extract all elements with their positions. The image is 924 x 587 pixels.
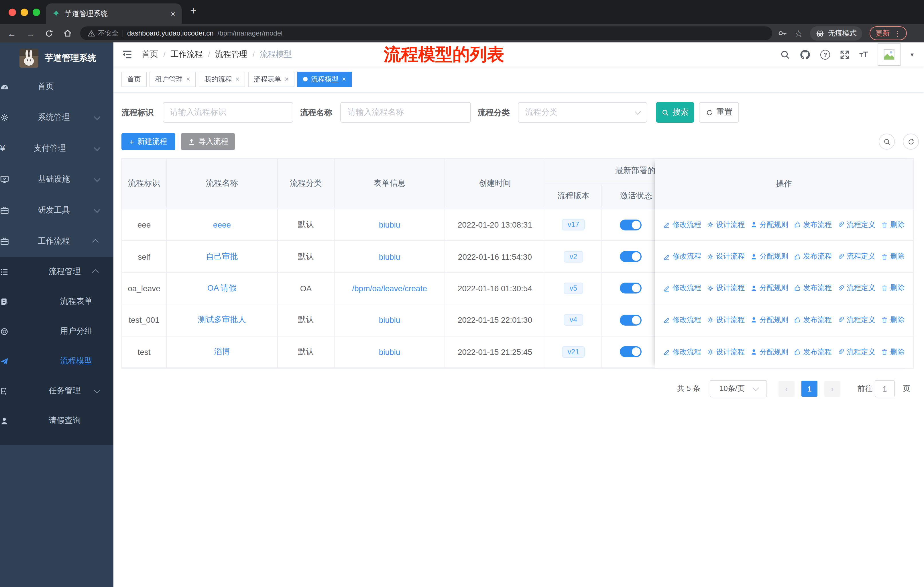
cell-link[interactable]: biubiu: [379, 252, 401, 261]
tag-item[interactable]: 流程表单×: [248, 71, 294, 87]
action-分配规则[interactable]: 分配规则: [751, 220, 788, 230]
fullscreen-icon[interactable]: [840, 50, 850, 60]
sidebar-item-基础设施[interactable]: 基础设施: [0, 164, 114, 195]
sidebar-item-请假查询[interactable]: 请假查询: [0, 406, 114, 436]
action-分配规则[interactable]: 分配规则: [751, 283, 788, 293]
active-toggle[interactable]: [620, 283, 641, 294]
action-修改流程[interactable]: 修改流程: [663, 315, 701, 325]
action-删除[interactable]: 删除: [881, 283, 904, 293]
search-button[interactable]: 搜索: [656, 102, 694, 123]
active-toggle[interactable]: [620, 315, 641, 326]
prev-page-button[interactable]: ‹: [779, 380, 795, 397]
version-badge[interactable]: v21: [562, 346, 585, 358]
action-流程定义[interactable]: 流程定义: [838, 283, 875, 293]
cell-link[interactable]: eeee: [213, 220, 231, 229]
action-修改流程[interactable]: 修改流程: [663, 347, 701, 357]
home-icon[interactable]: [63, 24, 72, 42]
version-badge[interactable]: v17: [562, 219, 585, 230]
action-流程定义[interactable]: 流程定义: [838, 251, 875, 261]
goto-page-input[interactable]: 1: [875, 380, 895, 397]
cell-link[interactable]: 自己审批: [206, 251, 238, 262]
tag-item[interactable]: 租户管理×: [150, 71, 196, 87]
breadcrumb-item[interactable]: 流程管理: [215, 49, 248, 60]
version-badge[interactable]: v4: [564, 314, 583, 326]
tag-close-icon[interactable]: ×: [342, 75, 346, 83]
action-发布流程[interactable]: 发布流程: [794, 347, 832, 357]
breadcrumb-item[interactable]: 首页: [142, 49, 158, 60]
browser-tab[interactable]: 芋道管理系统 ×: [46, 3, 182, 24]
security-warning[interactable]: 不安全: [87, 28, 119, 38]
sidebar-item-流程管理[interactable]: 流程管理: [0, 257, 114, 287]
cell-link[interactable]: OA 请假: [207, 283, 237, 293]
sidebar-item-任务管理[interactable]: 任务管理: [0, 376, 114, 406]
version-badge[interactable]: v2: [564, 251, 583, 262]
sidebar-item-流程表单[interactable]: 流程表单: [0, 287, 114, 316]
action-修改流程[interactable]: 修改流程: [663, 283, 701, 293]
breadcrumb-item[interactable]: 工作流程: [171, 49, 203, 60]
minimize-window-button[interactable]: [21, 8, 28, 16]
tag-close-icon[interactable]: ×: [285, 75, 289, 83]
action-设计流程[interactable]: 设计流程: [707, 251, 745, 261]
sidebar-item-系统管理[interactable]: 系统管理: [0, 102, 114, 133]
font-size-icon[interactable]: TT: [859, 49, 868, 60]
cell-link[interactable]: biubiu: [379, 347, 401, 357]
action-删除[interactable]: 删除: [881, 347, 904, 357]
tag-active[interactable]: 流程模型×: [297, 71, 352, 87]
github-icon[interactable]: [800, 49, 810, 60]
tab-close-icon[interactable]: ×: [171, 9, 175, 18]
action-设计流程[interactable]: 设计流程: [707, 315, 745, 325]
cell-link[interactable]: 滔博: [214, 347, 230, 357]
tag-close-icon[interactable]: ×: [186, 75, 190, 83]
action-修改流程[interactable]: 修改流程: [663, 251, 701, 261]
sidebar-item-首页[interactable]: 首页: [0, 71, 114, 102]
action-删除[interactable]: 删除: [881, 315, 904, 325]
bookmark-star-icon[interactable]: ☆: [795, 28, 803, 39]
forward-icon[interactable]: →: [26, 24, 35, 42]
new-tab-button[interactable]: +: [190, 5, 196, 17]
action-设计流程[interactable]: 设计流程: [707, 283, 745, 293]
back-icon[interactable]: ←: [7, 24, 16, 42]
cell-link[interactable]: biubiu: [379, 220, 401, 229]
reload-icon[interactable]: [45, 24, 53, 42]
action-流程定义[interactable]: 流程定义: [838, 347, 875, 357]
action-删除[interactable]: 删除: [881, 220, 904, 230]
maximize-window-button[interactable]: [33, 8, 40, 16]
sidebar-item-研发工具[interactable]: 研发工具: [0, 195, 114, 226]
logo-row[interactable]: 芋道管理系统: [20, 49, 96, 68]
refresh-table-button[interactable]: [903, 134, 919, 150]
action-分配规则[interactable]: 分配规则: [751, 315, 788, 325]
url-bar[interactable]: 不安全 dashboard.yudao.iocoder.cn/bpm/manag…: [80, 26, 772, 40]
sidebar-item-用户分组[interactable]: 用户分组: [0, 316, 114, 346]
page-size-select[interactable]: 10条/页: [710, 380, 767, 397]
action-发布流程[interactable]: 发布流程: [794, 283, 832, 293]
action-分配规则[interactable]: 分配规则: [751, 251, 788, 261]
cell-link[interactable]: biubiu: [379, 316, 401, 325]
sidebar-item-支付管理[interactable]: ¥支付管理: [0, 133, 114, 164]
tag-item[interactable]: 我的流程×: [199, 71, 245, 87]
category-select[interactable]: 流程分类: [518, 102, 647, 123]
show-search-toggle-button[interactable]: [879, 134, 895, 150]
version-badge[interactable]: v5: [564, 283, 583, 294]
action-发布流程[interactable]: 发布流程: [794, 251, 832, 261]
action-删除[interactable]: 删除: [881, 251, 904, 261]
close-window-button[interactable]: [8, 8, 16, 16]
active-toggle[interactable]: [620, 219, 641, 230]
sidebar-item-工作流程[interactable]: 工作流程: [0, 226, 114, 257]
kebab-menu-icon[interactable]: ⋮: [894, 29, 901, 38]
help-icon[interactable]: ?: [820, 50, 830, 60]
process-name-input[interactable]: 请输入流程名称: [340, 102, 471, 123]
action-发布流程[interactable]: 发布流程: [794, 315, 832, 325]
tag-item[interactable]: 首页: [121, 71, 147, 87]
avatar[interactable]: [878, 43, 901, 66]
import-process-button[interactable]: 导入流程: [181, 133, 235, 150]
tag-close-icon[interactable]: ×: [236, 75, 239, 83]
current-page-button[interactable]: 1: [802, 380, 817, 397]
action-流程定义[interactable]: 流程定义: [838, 315, 875, 325]
action-流程定义[interactable]: 流程定义: [838, 220, 875, 230]
action-分配规则[interactable]: 分配规则: [751, 347, 788, 357]
process-key-input[interactable]: 请输入流程标识: [163, 102, 293, 123]
cell-link[interactable]: /bpm/oa/leave/create: [352, 284, 427, 293]
update-button[interactable]: 更新 ⋮: [870, 26, 907, 40]
avatar-caret-icon[interactable]: ▾: [911, 51, 914, 58]
create-process-button[interactable]: +新建流程: [121, 133, 175, 150]
